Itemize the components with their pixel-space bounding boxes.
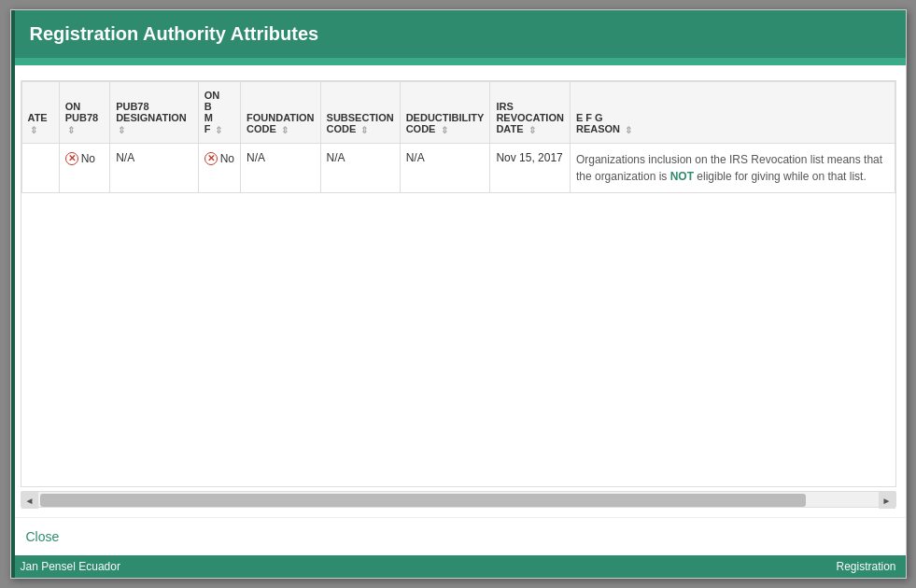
cell-pub78-designation: N/A [110, 143, 199, 192]
horizontal-scrollbar[interactable]: ◄ ► [21, 491, 896, 508]
modal-dialog: Registration Authority Attributes ATE ⇕ … [10, 9, 907, 579]
col-header-on-pub78[interactable]: ONPUB78 ⇕ [59, 82, 109, 144]
modal-title: Registration Authority Attributes [30, 23, 319, 44]
sort-icon-foundation-code: ⇕ [281, 125, 289, 135]
close-button[interactable]: Close [26, 529, 60, 544]
sort-icon-pub78-designation: ⇕ [118, 125, 125, 135]
cell-on-pub78: ✕ No [59, 143, 109, 192]
cell-efg-reason: Organizations inclusion on the IRS Revoc… [570, 143, 895, 192]
on-pub78-no-value: ✕ No [65, 152, 95, 165]
col-header-ate[interactable]: ATE ⇕ [21, 82, 59, 144]
scrollbar-left-arrow[interactable]: ◄ [21, 492, 38, 509]
table-header-row: ATE ⇕ ONPUB78 ⇕ PUB78DESIGNATION ⇕ ONBMF… [21, 82, 895, 144]
circle-x-icon: ✕ [65, 152, 78, 165]
bottom-bar-right: Registration [836, 560, 895, 573]
cell-subsection-code: N/A [320, 143, 400, 192]
sort-icon-efg-reason: ⇕ [625, 125, 632, 135]
sort-icon-irs-revocation-date: ⇕ [528, 125, 536, 135]
col-header-on-bmf[interactable]: ONBMF ⇕ [198, 82, 240, 144]
cell-irs-revocation-date: Nov 15, 2017 [490, 143, 571, 192]
col-header-subsection-code[interactable]: SUBSECTIONCODE ⇕ [320, 82, 400, 144]
efg-not-text: NOT [670, 170, 694, 183]
col-header-efg-reason[interactable]: E F GREASON ⇕ [570, 82, 895, 144]
table-row: ✕ No N/A ✕ No N/A N/A [21, 143, 895, 192]
scrollbar-right-arrow[interactable]: ► [879, 492, 895, 509]
efg-reason-text: Organizations inclusion on the IRS Revoc… [576, 153, 882, 183]
left-accent [11, 10, 15, 578]
cell-foundation-code: N/A [241, 143, 321, 192]
attributes-table: ATE ⇕ ONPUB78 ⇕ PUB78DESIGNATION ⇕ ONBMF… [21, 81, 895, 193]
col-header-foundation-code[interactable]: FOUNDATIONCODE ⇕ [241, 82, 321, 144]
bottom-bar-left: Jan Pensel Ecuador [21, 560, 120, 573]
bottom-bar: Jan Pensel Ecuador Registration [11, 555, 906, 578]
cell-on-bmf: ✕ No [198, 143, 240, 192]
cell-deductibility-code: N/A [400, 143, 490, 192]
sort-icon-on-pub78: ⇕ [67, 125, 75, 135]
header-bar [11, 58, 906, 65]
modal-body: ATE ⇕ ONPUB78 ⇕ PUB78DESIGNATION ⇕ ONBMF… [11, 65, 906, 517]
on-bmf-no-value: ✕ No [204, 152, 234, 165]
col-header-irs-revocation-date[interactable]: IRSREVOCATIONDATE ⇕ [490, 82, 571, 144]
table-container: ATE ⇕ ONPUB78 ⇕ PUB78DESIGNATION ⇕ ONBMF… [21, 80, 896, 487]
sort-icon-deductibility-code: ⇕ [441, 125, 448, 135]
sort-icon-ate: ⇕ [30, 125, 37, 135]
sort-icon-on-bmf: ⇕ [215, 125, 222, 135]
modal-header: Registration Authority Attributes [11, 10, 906, 58]
scrollbar-thumb[interactable] [40, 494, 806, 507]
col-header-deductibility-code[interactable]: DEDUCTIBILITYCODE ⇕ [400, 82, 490, 144]
col-header-pub78-designation[interactable]: PUB78DESIGNATION ⇕ [110, 82, 199, 144]
modal-footer: Close [11, 517, 906, 555]
sort-icon-subsection-code: ⇕ [360, 125, 368, 135]
cell-ate [21, 143, 59, 192]
circle-x-bmf-icon: ✕ [204, 152, 218, 165]
